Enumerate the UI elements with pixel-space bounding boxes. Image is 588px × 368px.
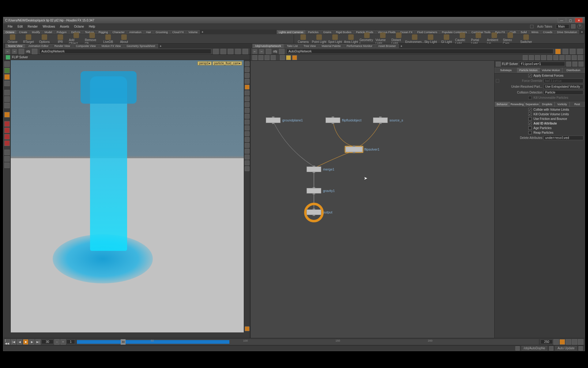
disp-opt-18[interactable] [245,160,250,165]
node-groundplane[interactable]: groundplane1 [266,117,303,123]
tl-opt4[interactable] [578,339,583,345]
shelf-button[interactable]: Options [37,34,52,44]
shelf-tab[interactable]: Render View [51,44,73,48]
shelf-button[interactable]: Spot Light [328,34,342,44]
shelf-tab[interactable]: Scene View [5,44,25,48]
shelf-button[interactable]: IPR [53,34,68,44]
tab-substeps[interactable]: Substeps [495,67,517,73]
net-path-ctx[interactable]: obj [273,50,277,53]
node-flipsolver[interactable]: flipsolver1 [345,147,380,152]
playhead[interactable]: 30 [121,339,126,345]
menu-help[interactable]: Help [87,24,97,29]
nt-folder-icon[interactable] [292,55,297,60]
start-frame-field[interactable]: 1 [66,339,75,344]
subtab-separation[interactable]: Separation [525,102,540,107]
node-gravity[interactable]: gravity1 [307,188,335,194]
view-opt2-icon[interactable] [243,55,247,59]
subtab-behavior[interactable]: Behavior [495,102,510,107]
shelf-tab[interactable]: Hair [144,30,153,34]
nt-grid[interactable] [258,55,263,60]
gear-icon[interactable] [566,62,571,67]
display-icon[interactable] [221,49,226,54]
disp-opt-4[interactable] [245,79,250,84]
disp-opt-1[interactable] [245,61,250,66]
nt-o9[interactable] [578,55,583,60]
shelf-tab[interactable]: Tree View [301,44,318,48]
shelf-tab[interactable]: Particles [306,30,321,34]
shelf-tab[interactable]: Solid [518,30,529,34]
nt-note[interactable] [280,55,285,60]
path-field[interactable]: AutoDopNetwork [39,49,211,54]
nt-table[interactable] [265,55,270,60]
shelf-button[interactable]: Stereo Cam... [503,33,518,45]
disp-opt-9[interactable] [245,108,250,113]
net-icon2[interactable] [279,49,285,54]
chk-friction-bounce[interactable]: Use Friction and Bounce [495,117,585,121]
net-gear-icon[interactable] [577,49,583,54]
subtab-droplets[interactable]: Droplets [540,102,555,107]
last-frame-button[interactable]: ▶| [35,339,41,345]
nav-fwd-icon[interactable]: → [12,49,17,54]
shelf-tab[interactable]: Create [17,30,29,34]
menu-render[interactable]: Render [26,24,40,29]
nt-o5[interactable] [547,55,552,60]
frame-inc[interactable]: + [60,339,66,345]
shelf-tab[interactable]: Lights and Cameras [277,30,306,34]
disp-opt-12[interactable] [245,125,250,130]
disp-opt-2[interactable] [245,67,250,72]
node-output[interactable]: output [307,209,333,215]
shelf-tab[interactable]: Model [43,30,55,34]
nt-o2[interactable] [529,55,534,60]
disp-opt-13[interactable] [245,131,250,136]
dropdown-under-resolved[interactable]: Use Extrapolated Velocity [544,84,583,89]
shelf-button[interactable]: About [117,34,131,44]
subtab-rest[interactable]: Rest [570,102,585,107]
net-icon[interactable] [32,49,37,54]
shelf-button[interactable]: Ambient Lig... [487,33,502,45]
shelf-button[interactable]: GI Light [439,34,454,44]
tool-magnet[interactable] [4,140,10,146]
disp-flag[interactable] [245,326,250,331]
disp-opt-3[interactable] [245,73,250,78]
add-tab-button[interactable]: + [158,44,163,48]
chk-add-id[interactable]: ✓Add ID Attribute [495,121,585,126]
tool-move[interactable] [4,90,10,95]
nav-back-icon[interactable]: ← [5,49,10,54]
chk-kill-outside[interactable]: ✓Kill Outside Volume Limits [495,112,585,117]
snap-icon[interactable] [235,49,241,54]
viewport[interactable]: persp1▾ particle_fluid_cam▾ [11,60,244,332]
tab-particle-motion[interactable]: Particle Motion [517,67,540,73]
val-force-override[interactable]: ballistic [544,79,583,83]
frame-dec[interactable]: − [54,339,60,345]
shelf-button[interactable]: Caustic Light [455,33,470,45]
menu-assets[interactable]: Assets [58,24,71,29]
shelf-tab[interactable]: Motion FX View [99,44,124,48]
end-frame-field[interactable]: 250 [541,339,553,344]
shelf-tab[interactable]: Material Palette [319,44,344,48]
nt-o6[interactable] [553,55,558,60]
val-delete-attrs[interactable]: underresolved [544,136,583,140]
subtab-vorticity[interactable]: Vorticity [555,102,570,107]
disp-opt-15[interactable] [245,143,250,148]
shelf-tab[interactable]: Geometry Spreadsheet [124,44,158,48]
nt-o3[interactable] [535,55,540,60]
status-icon[interactable] [515,346,520,351]
dropdown-collision-det[interactable]: Particle [544,90,583,95]
nt-o7[interactable] [560,55,564,60]
play-button[interactable]: ▶ [29,339,35,345]
disp-light[interactable] [245,85,250,90]
play-back-button[interactable]: ◀ [17,339,22,345]
tl-opt1[interactable] [553,339,559,345]
status-menu-icon[interactable] [579,346,583,351]
add-tab-button[interactable]: + [200,30,205,34]
node-graph[interactable]: groundplane1 flipfluidobject source_s fl… [251,61,494,338]
info-icon[interactable] [572,62,577,67]
shelf-tab[interactable]: /obj/AutoDopNetwork [252,44,284,48]
pin-icon[interactable] [213,49,219,54]
nt-sticky[interactable] [286,55,291,60]
first-frame-button[interactable]: |◀◀ [5,339,10,345]
tab-volume-motion[interactable]: Volume Motion [540,67,562,73]
menu-octane[interactable]: Octane [72,24,86,29]
shelf-button[interactable]: Octane [5,34,20,44]
shelf-tab[interactable]: Animation Editor [25,44,51,48]
